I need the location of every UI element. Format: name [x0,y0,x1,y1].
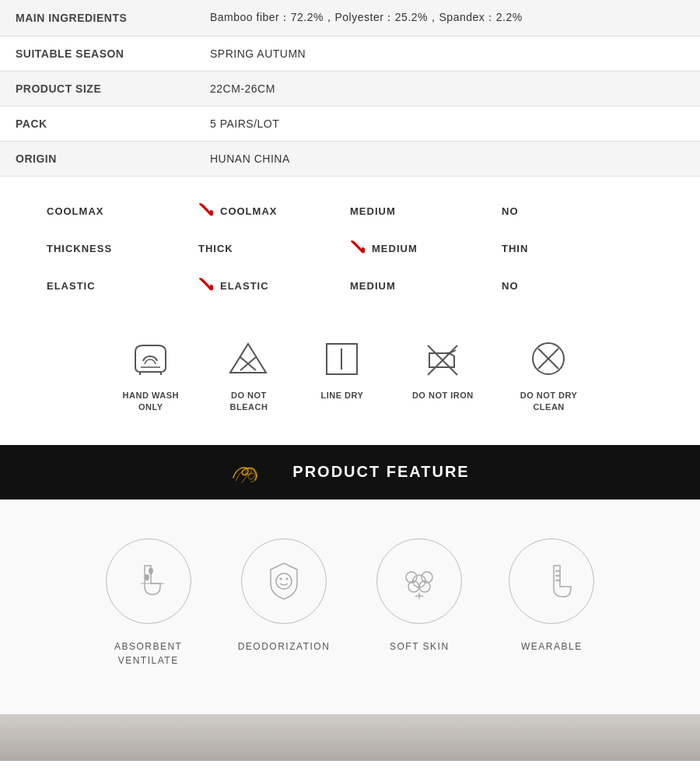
svg-marker-3 [230,344,266,373]
puma-logo [230,461,277,484]
rating-cell: THICKNESS [47,237,198,259]
feature-label: DEODORIZATION [238,640,331,654]
care-label: DO NOTBLEACH [230,390,268,414]
no-iron-icon [419,335,466,382]
wearable-icon [509,538,594,624]
feature-soft-skin: SOFT SKIN [376,538,462,668]
feature-deodorization: DEODORIZATION [238,538,331,668]
specs-row: PACK5 PAIRS/LOT [0,107,700,142]
soft-skin-icon [376,538,462,624]
rating-cell: ELASTIC [47,275,198,296]
specs-value: HUNAN CHINA [194,142,700,177]
bottom-image-strip [0,714,700,761]
care-no-dry-clean: DO NOT DRYCLEAN [520,335,578,414]
specs-label: SUITABLE SEASON [0,37,194,72]
feature-absorbent: ABSORBENTVENTILATE [106,538,191,668]
specs-label: PACK [0,107,194,142]
absorbent-icon [106,538,191,624]
no-dry-clean-icon [526,335,572,382]
svg-point-15 [280,577,282,580]
specs-row: PRODUCT SIZE22CM-26CM [0,72,700,107]
ratings-grid: COOLMAX ✓COOLMAX MEDIUM NO THICKNESS THI… [47,200,653,296]
rating-cell: ✓COOLMAX [198,200,350,222]
features-section: ABSORBENTVENTILATE DEODORIZATION [0,499,700,714]
specs-table: MAIN INGREDIENTSBamboo fiber：72.2%，Polye… [0,0,700,177]
specs-label: ORIGIN [0,142,194,177]
specs-value: SPRING AUTUMN [194,37,700,72]
checkmark-icon: ✓ [198,275,217,296]
care-label: LINE DRY [320,390,363,401]
rating-cell: THICK [198,237,350,259]
rating-cell: THIN [502,237,653,259]
care-label: DO NOT IRON [412,390,474,401]
feature-banner: PRODUCT FEATURE [0,445,700,499]
care-hand-wash: HAND WASHONLY [123,335,179,414]
rating-cell: MEDIUM [350,275,502,296]
checkmark-icon: ✓ [198,200,217,222]
specs-value: 22CM-26CM [194,72,700,107]
rating-cell: ✓ELASTIC [198,275,350,296]
feature-label: SOFT SKIN [390,640,450,654]
specs-row: SUITABLE SEASONSPRING AUTUMN [0,37,700,72]
rating-cell: NO [502,200,653,222]
line-dry-icon [319,335,366,382]
rating-cell: ✓MEDIUM [350,237,502,259]
feature-banner-title: PRODUCT FEATURE [292,463,469,481]
specs-row: MAIN INGREDIENTSBamboo fiber：72.2%，Polye… [0,0,700,37]
care-label: HAND WASHONLY [123,390,179,414]
feature-label: WEARABLE [521,640,583,654]
hand-wash-icon [128,335,174,382]
checkmark-icon: ✓ [350,237,369,259]
no-bleach-icon [226,335,272,382]
rating-cell: COOLMAX [47,200,198,222]
feature-wearable: WEARABLE [509,538,594,668]
rating-cell: MEDIUM [350,200,502,222]
specs-value: 5 PAIRS/LOT [194,107,700,142]
care-section: HAND WASHONLY DO NOTBLEACH LINE DRY [0,312,700,445]
ratings-section: COOLMAX ✓COOLMAX MEDIUM NO THICKNESS THI… [0,177,700,312]
deodorization-icon [241,538,327,624]
care-label: DO NOT DRYCLEAN [520,390,578,414]
svg-point-16 [286,577,289,580]
svg-point-14 [276,573,292,589]
rating-cell: NO [502,275,653,296]
feature-label: ABSORBENTVENTILATE [114,640,183,668]
specs-label: PRODUCT SIZE [0,72,194,107]
specs-label: MAIN INGREDIENTS [0,0,194,37]
specs-row: ORIGINHUNAN CHINA [0,142,700,177]
care-no-bleach: DO NOTBLEACH [226,335,272,414]
care-line-dry: LINE DRY [319,335,366,401]
care-no-iron: DO NOT IRON [412,335,474,401]
specs-value: Bamboo fiber：72.2%，Polyester：25.2%，Spand… [194,0,700,37]
